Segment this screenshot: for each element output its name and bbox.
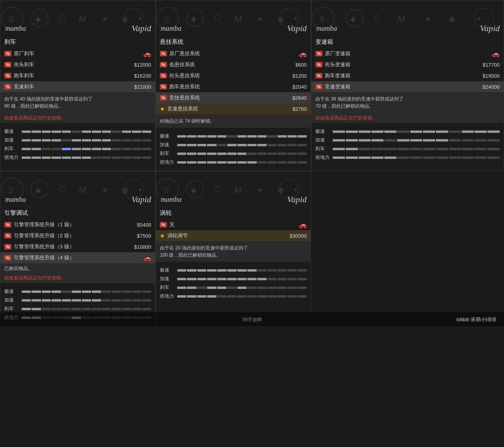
speed-bar [177, 269, 307, 272]
car-icon: 🚗 [143, 254, 151, 262]
watermark-39: 39手游网 [242, 317, 261, 323]
svg-text:✦: ✦ [34, 15, 42, 25]
suspension-item-4[interactable]: % 竞技悬挂系统 $2640 [156, 92, 311, 103]
stat-accel: 加速 [160, 142, 307, 148]
brakes-item-1[interactable]: % 街头刹车 $12000 [0, 59, 155, 70]
panel-suspension: S ✦ ⬡ M ◈ ⊕ ✦ mamba Vapid 悬挂系统 % 原厂悬挂系统 … [156, 0, 311, 171]
speed-bar [22, 130, 151, 133]
suspension-item-1[interactable]: % 低悬挂系统 $600 [156, 59, 311, 70]
panel-turbo: S ✦ ⬡ M ◈ ⊕ ✦ mamba Vapid 涡轮 % 无 🚗 ★ [156, 171, 311, 326]
turbo-item-0[interactable]: % 无 🚗 [156, 219, 311, 230]
brand-mamba-2: mamba [161, 24, 182, 33]
suspension-item-5[interactable]: ★ 竞速悬挂系统 $2760 [156, 103, 311, 114]
suspension-item-3[interactable]: % 跑车悬挂系统 $2040 [156, 81, 311, 92]
stat-brake: 刹车 [160, 150, 307, 157]
suspension-item-0[interactable]: % 原厂悬挂系统 🚗 [156, 48, 311, 59]
stat-speed: 极速 [4, 128, 151, 135]
svg-text:M: M [234, 14, 242, 24]
footer: 39手游网 bilibili 呆萌小绵绵 [0, 312, 504, 326]
item-badge: % [160, 73, 167, 78]
grip-label: 抓地力 [4, 154, 19, 161]
engine-item-0[interactable]: % 引擎管理系统升级（1 级） $5400 [0, 219, 155, 230]
speed-bar [333, 130, 500, 133]
item-badge: % [160, 84, 167, 89]
brake-bar [22, 308, 151, 310]
brake-label: 刹车 [160, 150, 174, 157]
item-badge: % [315, 73, 322, 78]
item-badge: % [4, 73, 11, 78]
stat-brake: 刹车 [4, 145, 151, 152]
stat-accel: 加速 [4, 137, 151, 143]
svg-text:◈: ◈ [258, 15, 263, 22]
accel-bar [22, 299, 151, 302]
panel-engine: S ✦ ⬡ M ◈ ⊕ ✦ mamba Vapid 引擎调试 % 引擎管理系统升… [0, 171, 156, 326]
item-badge: % [160, 62, 167, 67]
brakes-item-3[interactable]: % 竞速刹车 $21000 [0, 81, 155, 92]
car-icon: 🚗 [299, 221, 307, 229]
stat-speed: 极速 [4, 288, 151, 295]
item-badge: % [160, 51, 167, 56]
stat-accel: 加速 [315, 137, 500, 143]
transmission-header: S ✦ ⬡ M ◈ ⊕ ✦ mamba Vapid [311, 0, 504, 36]
svg-text:◈: ◈ [258, 186, 263, 193]
grip-bar [177, 295, 307, 298]
accel-label: 加速 [4, 137, 19, 143]
brand-mamba-5: mamba [161, 196, 182, 204]
grip-bar [333, 156, 500, 159]
suspension-stats: 极速 加速 刹车 抓地 [156, 128, 311, 171]
transmission-stats: 极速 加速 刹车 抓地 [311, 123, 504, 166]
accel-bar [22, 139, 151, 142]
svg-text:⊕: ⊕ [277, 15, 284, 24]
brakes-info: 由于在 40 场此级别的竞速中获胜或达到了 80 级，因此已解锁此物品。 [0, 92, 155, 113]
suspension-item-2[interactable]: % 街头悬挂系统 $1200 [156, 70, 311, 81]
svg-text:◈: ◈ [425, 15, 430, 22]
transmission-item-1[interactable]: % 街头变速箱 $17700 [311, 59, 504, 70]
car-icon: 🚗 [492, 50, 500, 58]
suspension-info: 此物品已在 74 级时解锁。 [156, 114, 311, 128]
engine-promo: 此改装店商品正在打折促销。 [0, 273, 155, 283]
svg-text:S: S [8, 186, 14, 195]
turbo-header: S ✦ ⬡ M ◈ ⊕ ✦ mamba Vapid [156, 171, 311, 207]
accel-label: 加速 [160, 276, 174, 282]
stat-grip: 抓地力 [4, 154, 151, 161]
speed-bar [177, 135, 307, 138]
star-icon: ★ [160, 233, 165, 239]
accel-bar [177, 144, 307, 146]
turbo-stats: 极速 加速 刹车 抓地 [156, 262, 311, 305]
speed-label: 极速 [160, 133, 174, 140]
brakes-stats: 极速 加速 刹车 抓地 [0, 123, 155, 166]
transmission-info: 由于在 36 场此级别的竞速中获胜或达到了 70 级，因此已解锁此物品。 [311, 92, 504, 113]
svg-text:✦: ✦ [34, 186, 42, 196]
grip-bar [177, 161, 307, 164]
svg-text:⊕: ⊕ [122, 186, 128, 195]
panel-transmission: S ✦ ⬡ M ◈ ⊕ ✦ mamba Vapid 变速箱 % 原厂变速箱 🚗 [311, 0, 504, 171]
car-icon: 🚗 [143, 50, 151, 58]
item-badge: % [315, 84, 322, 89]
turbo-item-1[interactable]: ★ 涡轮调节 $30000 [156, 230, 311, 241]
svg-text:✦: ✦ [476, 15, 481, 22]
transmission-item-2[interactable]: % 跑车变速箱 $19500 [311, 70, 504, 81]
brake-label: 刹车 [160, 284, 174, 291]
engine-item-2[interactable]: % 引擎管理系统升级（3 级） $10800 [0, 241, 155, 252]
stat-speed: 极速 [315, 128, 500, 135]
panel-brakes: S ✦ ⬡ M ◈ ⊕ ✦ mamba Vapid 刹车 % 原厂刹车 🚗 [0, 0, 156, 171]
brand-mamba-1: mamba [5, 24, 26, 33]
car-icon: 🚗 [299, 50, 307, 58]
brake-label: 刹车 [4, 145, 19, 152]
transmission-item-3[interactable]: % 竞速变速箱 $24000 [311, 81, 504, 92]
item-badge: % [315, 62, 322, 67]
brand-vapid-4: Vapid [132, 194, 151, 205]
item-badge: % [315, 51, 322, 56]
engine-item-1[interactable]: % 引擎管理系统升级（2 级） $7500 [0, 230, 155, 241]
transmission-item-0[interactable]: % 原厂变速箱 🚗 [311, 48, 504, 59]
brakes-item-0[interactable]: % 原厂刹车 🚗 [0, 48, 155, 59]
engine-header: S ✦ ⬡ M ◈ ⊕ ✦ mamba Vapid [0, 171, 155, 207]
brakes-item-2[interactable]: % 跑车刹车 $16200 [0, 70, 155, 81]
item-badge: % [160, 95, 167, 101]
main-layout: S ✦ ⬡ M ◈ ⊕ ✦ mamba Vapid 刹车 % 原厂刹车 🚗 [0, 0, 504, 326]
accel-label: 加速 [315, 137, 330, 143]
svg-text:✦: ✦ [137, 15, 143, 22]
transmission-promo: 此改装店商品正在打折促销。 [311, 113, 504, 123]
item-badge: % [4, 62, 11, 67]
engine-item-3[interactable]: % 引擎管理系统升级（4 级） 🚗 [0, 252, 155, 263]
